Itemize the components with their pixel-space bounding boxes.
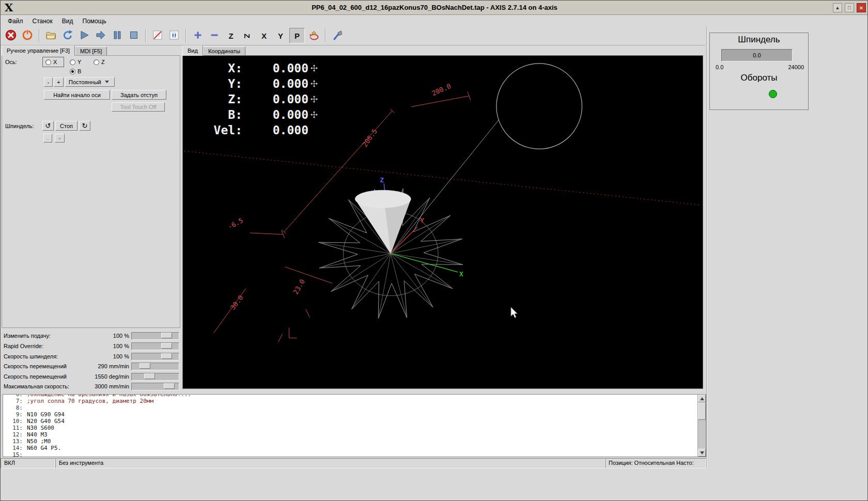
skip-lines-button[interactable] — [150, 28, 165, 43]
max-velocity-slider[interactable] — [131, 383, 179, 390]
gcode-listing[interactable]: 6:;охлаждение на врезаниях и пазах обяза… — [3, 394, 706, 457]
gcode-line[interactable]: 11:N30 S600 — [3, 425, 697, 431]
gcode-line[interactable]: 9:N10 G90 G94 — [3, 411, 697, 418]
gcode-line[interactable]: 10:N20 G40 G54 — [3, 418, 697, 425]
reload-icon — [62, 29, 73, 42]
toolbar: Z Z X Y P — [1, 26, 705, 45]
preview-3d[interactable]: X Y Z 200.0 206.5 -6.5 23.0 30.0 — [182, 55, 703, 389]
shade-button[interactable]: ▲ — [833, 3, 842, 12]
slider-label: Скорость перемещений — [4, 373, 67, 380]
axis-radio-x[interactable]: X — [45, 59, 57, 65]
scroll-thumb[interactable] — [698, 402, 706, 420]
tab-manual-control[interactable]: Ручное управление [F3] — [2, 45, 75, 56]
slider-label: Изменить подачу: — [4, 333, 51, 339]
menu-file[interactable]: Файл — [4, 17, 28, 26]
axis-label: Ось: — [5, 59, 17, 65]
run-button[interactable] — [76, 28, 92, 43]
status-position: Позиция: Относительная Насто: — [605, 458, 706, 468]
step-button[interactable] — [93, 28, 109, 43]
machine-power-button[interactable] — [20, 28, 35, 43]
estop-button[interactable] — [3, 28, 19, 43]
slider-label: Скорость шпинделя: — [4, 353, 58, 359]
slider-value: 1550 deg/min — [79, 373, 129, 380]
spindle-stop-button[interactable]: Стоп — [55, 121, 78, 131]
titlebar: X PP6_04_02_600_d12_16pazKonus70_BOsNach… — [1, 1, 868, 15]
gcode-scrollbar[interactable] — [698, 395, 706, 457]
spindle-ccw-button[interactable]: ↺ — [42, 121, 54, 131]
jog-speed-row: Скорость перемещений 290 mm/min — [2, 362, 180, 371]
pause-button[interactable] — [110, 28, 125, 43]
slider-handle[interactable] — [144, 373, 155, 379]
feed-override-slider[interactable] — [131, 332, 179, 340]
home-axis-button[interactable]: Найти начало оси — [44, 90, 110, 100]
menu-view[interactable]: Вид — [58, 17, 79, 26]
view-perspective-button[interactable]: P — [289, 28, 305, 43]
view-front-button[interactable]: Y — [273, 28, 288, 43]
toolbar-separator — [185, 29, 187, 42]
menu-machine[interactable]: Станок — [28, 17, 58, 26]
slider-label: Максимальная скорость: — [4, 383, 69, 389]
scroll-up-icon[interactable] — [698, 395, 706, 402]
open-file-button[interactable] — [43, 28, 59, 43]
menu-help[interactable]: Помощь — [79, 17, 112, 26]
axis-radio-b[interactable]: B — [70, 68, 81, 74]
dimension-label: 30.0 — [229, 294, 245, 311]
jog-plus-button[interactable]: + — [54, 77, 64, 87]
dro-row-x: X:0.000 — [183, 60, 320, 76]
panel-separator — [706, 26, 707, 468]
slider-handle[interactable] — [161, 333, 172, 338]
gcode-line[interactable]: 15: — [3, 451, 697, 457]
stop-button[interactable] — [126, 28, 142, 43]
dro-row-y: Y:0.000 — [183, 76, 320, 91]
slider-label: Скорость перемещений — [4, 363, 67, 369]
rotate-ccw-icon: ↺ — [45, 122, 51, 130]
gcode-line[interactable]: 8: — [3, 404, 697, 411]
slider-handle[interactable] — [161, 343, 172, 349]
view-side-icon: X — [261, 32, 267, 40]
clear-plot-button[interactable] — [330, 28, 345, 43]
manual-control-panel: Ось: X Y Z B - + Постоянный Найти начало… — [2, 55, 180, 328]
tab-dro[interactable]: Координаты — [203, 46, 245, 56]
spindle-override-row: Скорость шпинделя: 100 % — [2, 352, 180, 362]
scroll-down-icon[interactable] — [698, 449, 706, 457]
view-perspective-icon: P — [295, 32, 300, 40]
rapid-override-slider[interactable] — [131, 342, 179, 350]
axis-radio-y[interactable]: Y — [70, 59, 81, 65]
spindle-override-slider[interactable] — [131, 353, 179, 361]
view-top-rotated-button[interactable]: Z — [240, 28, 255, 43]
set-offset-button[interactable]: Задать отступ — [112, 90, 166, 100]
gcode-line[interactable]: 12:N40 M3 — [3, 431, 697, 438]
gcode-line[interactable]: 6:;охлаждение на врезаниях и пазах обяза… — [3, 394, 697, 398]
zoom-out-button[interactable] — [207, 28, 222, 43]
close-button[interactable]: ✕ — [857, 3, 866, 12]
slider-handle[interactable] — [161, 353, 172, 359]
reload-button[interactable] — [60, 28, 75, 43]
jog-minus-button[interactable]: - — [44, 77, 53, 87]
jog-speed-slider[interactable] — [131, 363, 179, 370]
maximize-button[interactable]: □ — [845, 3, 854, 12]
tab-mdi[interactable]: MDI [F5] — [75, 46, 107, 56]
slider-handle[interactable] — [164, 383, 175, 389]
gcode-line[interactable]: 13:N50 ;M0 — [3, 438, 697, 445]
spindle-scale-min: 0.0 — [716, 64, 723, 70]
angular-jog-speed-slider[interactable] — [131, 373, 179, 381]
feed-override-row: Изменить подачу: 100 % — [2, 331, 180, 341]
gcode-line[interactable]: 14:N60 G4 P5. — [3, 445, 697, 451]
axis-radio-z[interactable]: Z — [94, 59, 105, 65]
rotate-view-button[interactable] — [306, 28, 321, 43]
view-top-button[interactable]: Z — [223, 28, 239, 43]
gcode-line[interactable]: 7:;угол сопла 70 градусов, диаметр 20мм — [3, 398, 697, 404]
view-side-button[interactable]: X — [256, 28, 272, 43]
tab-preview[interactable]: Вид — [182, 45, 203, 56]
radio-icon — [70, 59, 75, 65]
optional-pause-button[interactable] — [166, 28, 182, 43]
slider-handle[interactable] — [140, 363, 150, 369]
zoom-in-button[interactable] — [190, 28, 206, 43]
crosshair-icon — [308, 60, 320, 76]
toolbar-separator — [145, 29, 146, 42]
spindle-cw-button[interactable]: ↻ — [79, 121, 90, 131]
spindle-speed-bar: 0.0 — [721, 49, 793, 61]
optional-pause-icon — [168, 29, 180, 42]
jog-mode-select[interactable]: Постоянный — [65, 77, 115, 87]
clear-plot-icon — [332, 29, 343, 42]
